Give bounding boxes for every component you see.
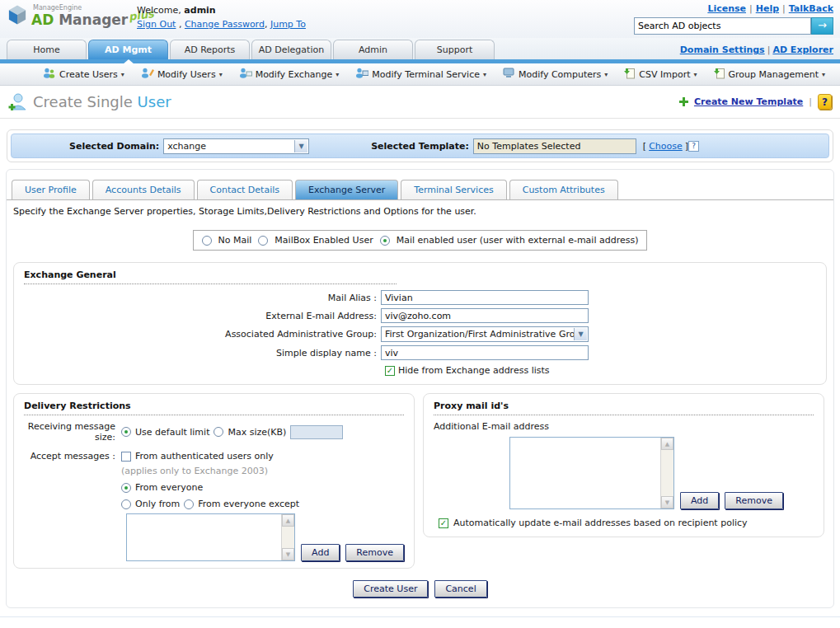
accept-remove-button[interactable]: Remove (345, 544, 404, 561)
select-arrow-icon: ▼ (574, 328, 587, 340)
display-name-field[interactable] (381, 345, 589, 360)
header-right: License|Help|TalkBack → (634, 3, 833, 35)
search-input[interactable] (634, 17, 811, 35)
scroll-down-icon[interactable]: ▼ (282, 548, 294, 560)
admin-group-label: Associated Administrative Group: (24, 329, 381, 340)
toolbar-modify-exchange[interactable]: Modify Exchange ▾ (239, 68, 340, 81)
separator: , (179, 19, 182, 30)
cancel-button[interactable]: Cancel (434, 580, 486, 598)
domain-settings-link[interactable]: Domain Settings (680, 45, 765, 55)
toolbar-item-label: CSV Import (639, 69, 690, 80)
jump-to-link[interactable]: Jump To (270, 19, 306, 30)
license-link[interactable]: License (707, 3, 746, 14)
logo-text: ManageEngine AD Managerplus (31, 4, 153, 28)
additional-email-label: Additional E-mail address (434, 421, 814, 432)
proxy-add-button[interactable]: Add (680, 492, 719, 509)
tab-ad-delegation[interactable]: AD Delegation (251, 40, 331, 59)
ad-explorer-link[interactable]: AD Explorer (772, 45, 833, 55)
toolbar-create-users[interactable]: Create Users ▾ (43, 68, 124, 81)
plus-icon (679, 97, 688, 106)
tab-terminal-services[interactable]: Terminal Services (401, 180, 506, 199)
tab-user-profile[interactable]: User Profile (12, 180, 90, 199)
scrollbar[interactable]: ▲ ▼ (660, 438, 673, 508)
talkback-link[interactable]: TalkBack (789, 3, 833, 14)
toolbar-modify-users[interactable]: Modify Users ▾ (141, 68, 223, 81)
hide-from-lists-label: Hide from Exchange address lists (398, 365, 550, 376)
tab-contact-details[interactable]: Contact Details (197, 180, 293, 199)
tab-label: Home (33, 45, 59, 55)
tab-admin[interactable]: Admin (333, 40, 413, 59)
chevron-down-icon: ▾ (121, 71, 124, 78)
accept-messages-label: Accept messages : (24, 451, 121, 509)
brand-manager: Manager (54, 12, 128, 28)
chevron-down-icon: ▾ (483, 71, 486, 78)
scroll-up-icon[interactable]: ▲ (282, 514, 294, 527)
help-link[interactable]: Help (756, 3, 779, 14)
scrollbar[interactable]: ▲ ▼ (281, 514, 294, 560)
divider (434, 415, 814, 415)
modify-computers-icon (503, 68, 515, 81)
toolbar-csv-import[interactable]: CSV Import ▾ (624, 68, 697, 82)
domain-select-value: xchange (167, 141, 206, 152)
toolbar-group-management[interactable]: Group Management ▾ (714, 68, 825, 82)
proxy-list-textarea[interactable]: ▲ ▼ (509, 437, 674, 509)
create-user-button[interactable]: Create User (353, 580, 428, 598)
from-everyone-radio[interactable] (121, 483, 131, 493)
modify-terminal-service-icon (355, 68, 368, 81)
create-new-template-link[interactable]: Create New Template (694, 96, 803, 107)
template-help-icon[interactable]: ? (688, 141, 699, 152)
page-title-accent: User (138, 93, 171, 110)
section-title: Exchange General (24, 269, 816, 280)
scroll-down-icon[interactable]: ▼ (661, 496, 673, 508)
authenticated-only-checkbox[interactable] (121, 452, 131, 462)
separator: | (809, 96, 812, 107)
check-icon: ✓ (387, 367, 393, 375)
only-from-radio[interactable] (121, 499, 131, 509)
exchange-general-section: Exchange General Mail Alias : External E… (13, 262, 827, 385)
mailbox-enabled-radio[interactable] (258, 236, 268, 246)
cube-logo-icon (7, 4, 28, 26)
accept-list-textarea[interactable]: ▲ ▼ (126, 513, 295, 561)
use-default-limit-radio[interactable] (121, 427, 131, 437)
toolbar-modify-computers[interactable]: Modify Computers ▾ (503, 68, 608, 81)
tab-label: AD Delegation (259, 45, 324, 55)
mail-enabled-label: Mail enabled user (user with external e-… (397, 235, 639, 246)
tab-support[interactable]: Support (415, 40, 495, 59)
max-size-radio[interactable] (214, 427, 223, 437)
admin-group-select[interactable]: First Organization/First Administrative … (381, 326, 589, 342)
bottom-divider (0, 616, 840, 617)
choose-template-link[interactable]: Choose (649, 141, 683, 152)
modify-exchange-icon (239, 68, 252, 81)
tab-ad-reports[interactable]: AD Reports (170, 40, 250, 59)
create-user-icon (8, 93, 28, 114)
search-button[interactable]: → (811, 17, 833, 35)
from-everyone-except-radio[interactable] (184, 499, 194, 509)
scroll-up-icon[interactable]: ▲ (661, 438, 673, 450)
help-button[interactable]: ? (818, 94, 832, 110)
subtab-label: Contact Details (210, 185, 279, 195)
mail-alias-field[interactable] (381, 290, 589, 305)
mail-enabled-radio[interactable] (380, 236, 390, 246)
tab-home[interactable]: Home (7, 40, 87, 59)
create-users-icon (43, 68, 56, 81)
chevron-down-icon: ▾ (219, 71, 223, 78)
toolbar-modify-terminal-service[interactable]: Modify Terminal Service ▾ (355, 68, 486, 81)
tab-custom-attributes[interactable]: Custom Attributes (509, 180, 618, 199)
domain-select[interactable]: xchange ▼ (163, 138, 309, 154)
authenticated-only-label: From authenticated users only (135, 451, 274, 462)
app-logo: ManageEngine AD Managerplus (7, 4, 153, 28)
change-password-link[interactable]: Change Password (185, 19, 265, 30)
separator: | (782, 3, 786, 14)
proxy-mail-section: Proxy mail id's Additional E-mail addres… (423, 393, 824, 537)
tab-exchange-server[interactable]: Exchange Server (295, 180, 398, 199)
tab-accounts-details[interactable]: Accounts Details (92, 180, 195, 199)
auto-update-checkbox[interactable]: ✓ (439, 518, 448, 528)
tab-ad-mgmt[interactable]: AD Mgmt (88, 40, 168, 59)
no-mail-radio[interactable] (202, 236, 212, 246)
chevron-down-icon: ▾ (694, 71, 697, 78)
proxy-remove-button[interactable]: Remove (725, 492, 783, 509)
accept-add-button[interactable]: Add (301, 544, 340, 561)
sign-out-link[interactable]: Sign Out (137, 19, 176, 30)
external-email-field[interactable] (381, 308, 589, 323)
hide-from-lists-checkbox[interactable]: ✓ (385, 366, 395, 376)
